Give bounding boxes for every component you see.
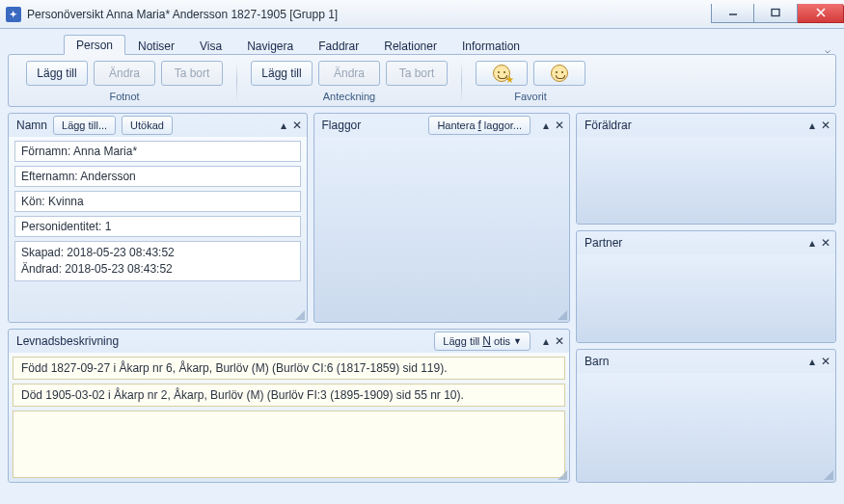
maximize-button[interactable] xyxy=(754,4,798,23)
favorit-star-button[interactable]: ★ xyxy=(476,61,528,86)
tab-faddrar[interactable]: Faddrar xyxy=(306,36,371,55)
panel-flaggor-body xyxy=(314,137,569,322)
resize-grip[interactable] xyxy=(822,468,833,480)
panel-barn: Barn ▴ ✕ xyxy=(576,349,836,483)
list-item[interactable]: Född 1827-09-27 i Åkarp nr 6, Åkarp, Bur… xyxy=(13,357,565,380)
svg-rect-1 xyxy=(772,10,779,16)
panel-partner-body xyxy=(577,254,835,341)
panel-close-icon[interactable]: ✕ xyxy=(554,119,565,132)
panel-close-icon[interactable]: ✕ xyxy=(820,355,831,368)
panel-foraldrar-title: Föräldrar xyxy=(585,119,632,132)
fotnot-tabort-button[interactable]: Ta bort xyxy=(161,61,223,86)
list-item[interactable]: Död 1905-03-02 i Åkarp nr 2, Åkarp, Burl… xyxy=(13,384,565,407)
anteckning-andra-button[interactable]: Ändra xyxy=(318,61,380,86)
field-andrad: Ändrad: 2018-05-23 08:43:52 xyxy=(21,261,294,278)
ribbon-separator xyxy=(236,61,237,102)
ribbon-group-anteckning: Lägg till Ändra Ta bort Anteckning xyxy=(243,61,455,102)
field-skapad: Skapad: 2018-05-23 08:43:52 xyxy=(21,245,294,261)
anteckning-tabort-button[interactable]: Ta bort xyxy=(386,61,448,86)
favorit-face-button[interactable] xyxy=(533,61,585,86)
client-area: Person Notiser Visa Navigera Faddrar Rel… xyxy=(0,29,844,504)
anteckning-group-label: Anteckning xyxy=(323,91,375,102)
resize-grip[interactable] xyxy=(293,308,305,320)
flaggor-hantera-button[interactable]: Hantera flaggor... xyxy=(428,116,531,135)
life-event-text: Död 1905-03-02 i Åkarp nr 2, Åkarp, Burl… xyxy=(21,388,464,402)
panel-levnads: Levnadsbeskrivning Lägg till Notis ▼ ▴ ✕… xyxy=(8,329,570,483)
panel-namn-title: Namn xyxy=(16,119,47,132)
ribbon-separator xyxy=(461,61,462,102)
panel-partner-title: Partner xyxy=(585,236,622,250)
panel-namn-body: Förnamn: Anna Maria* Efternamn: Andersso… xyxy=(9,137,307,322)
panel-pin-icon[interactable]: ▴ xyxy=(806,119,818,132)
panel-flaggor: Flaggor Hantera flaggor... ▴ ✕ xyxy=(313,113,570,323)
panel-flaggor-title: Flaggor xyxy=(322,119,362,132)
tab-information[interactable]: Information xyxy=(449,36,532,55)
ribbon-tabs: Person Notiser Visa Navigera Faddrar Rel… xyxy=(8,34,836,55)
field-personidentitet[interactable]: Personidentitet: 1 xyxy=(14,216,301,237)
close-button[interactable] xyxy=(798,4,844,23)
fotnot-group-label: Fotnot xyxy=(109,91,139,102)
field-efternamn[interactable]: Efternamn: Andersson xyxy=(14,166,301,187)
left-column: Namn Lägg till... Utökad ▴ ✕ Förnamn: An… xyxy=(8,113,570,483)
namn-laggtill-button[interactable]: Lägg till... xyxy=(53,116,116,135)
field-fornamn[interactable]: Förnamn: Anna Maria* xyxy=(14,141,301,162)
face-icon xyxy=(551,65,568,82)
panel-namn: Namn Lägg till... Utökad ▴ ✕ Förnamn: An… xyxy=(8,113,308,323)
panel-pin-icon[interactable]: ▴ xyxy=(540,119,552,132)
life-event-text: Född 1827-09-27 i Åkarp nr 6, Åkarp, Bur… xyxy=(21,361,448,375)
panel-foraldrar: Föräldrar ▴ ✕ xyxy=(576,113,836,225)
panel-barn-body xyxy=(577,373,835,482)
panel-pin-icon[interactable]: ▴ xyxy=(540,334,552,348)
titlebar: ✦ Personöversikt Anna Maria* Andersson 1… xyxy=(0,0,844,29)
face-star-icon: ★ xyxy=(493,65,510,82)
window-title: Personöversikt Anna Maria* Andersson 182… xyxy=(27,8,338,21)
field-timestamps: Skapad: 2018-05-23 08:43:52 Ändrad: 2018… xyxy=(14,241,301,281)
namn-utokad-button[interactable]: Utökad xyxy=(122,116,173,135)
app-icon: ✦ xyxy=(6,7,21,22)
panel-levnads-title: Levnadsbeskrivning xyxy=(16,334,119,348)
fotnot-andra-button[interactable]: Ändra xyxy=(94,61,155,86)
levnads-laggtillnotis-button[interactable]: Lägg till Notis ▼ xyxy=(434,332,531,351)
panel-levnads-body: Född 1827-09-27 i Åkarp nr 6, Åkarp, Bur… xyxy=(9,353,569,482)
ribbon-group-favorit: ★ Favorit xyxy=(468,61,593,102)
resize-grip[interactable] xyxy=(556,308,567,320)
workarea: Namn Lägg till... Utökad ▴ ✕ Förnamn: An… xyxy=(8,113,836,483)
tab-person[interactable]: Person xyxy=(64,35,125,55)
tab-navigera[interactable]: Navigera xyxy=(234,36,306,55)
right-column: Föräldrar ▴ ✕ Partner ▴ ✕ xyxy=(576,113,836,483)
favorit-group-label: Favorit xyxy=(514,91,547,102)
panel-close-icon[interactable]: ✕ xyxy=(291,119,303,132)
panel-close-icon[interactable]: ✕ xyxy=(820,236,831,250)
panel-partner: Partner ▴ ✕ xyxy=(576,230,836,342)
panel-close-icon[interactable]: ✕ xyxy=(820,119,831,132)
ribbon-group-fotnot: Lägg till Ändra Ta bort Fotnot xyxy=(18,61,231,102)
panel-pin-icon[interactable]: ▴ xyxy=(278,119,289,132)
ribbon: Lägg till Ändra Ta bort Fotnot Lägg till… xyxy=(8,54,836,107)
resize-grip[interactable] xyxy=(556,468,567,480)
panel-pin-icon[interactable]: ▴ xyxy=(806,355,818,368)
anteckning-laggtill-button[interactable]: Lägg till xyxy=(251,61,313,86)
life-empty-area xyxy=(13,411,565,478)
panel-pin-icon[interactable]: ▴ xyxy=(806,236,818,250)
tab-relationer[interactable]: Relationer xyxy=(371,36,449,55)
window-controls xyxy=(711,6,844,23)
panel-foraldrar-body xyxy=(577,137,835,224)
panel-close-icon[interactable]: ✕ xyxy=(554,334,565,348)
field-kon[interactable]: Kön: Kvinna xyxy=(14,191,301,212)
minimize-button[interactable] xyxy=(711,4,754,23)
chevron-down-icon: ▼ xyxy=(513,336,522,346)
tab-visa[interactable]: Visa xyxy=(187,36,234,55)
fotnot-laggtill-button[interactable]: Lägg till xyxy=(26,61,88,86)
tab-notiser[interactable]: Notiser xyxy=(125,36,187,55)
panel-barn-title: Barn xyxy=(585,355,609,368)
